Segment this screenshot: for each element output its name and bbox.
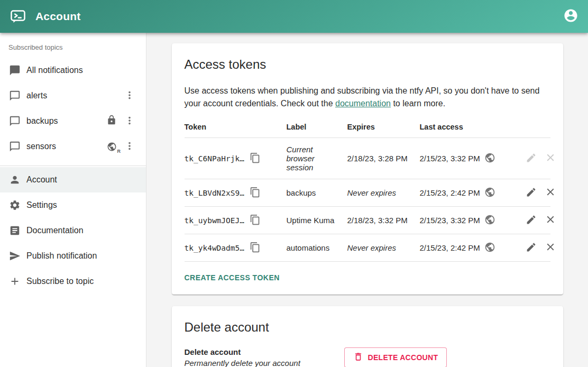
copy-token-button[interactable] [250, 214, 261, 227]
table-header-row: Token Label Expires Last access [185, 116, 550, 138]
edit-token-button[interactable] [526, 214, 537, 227]
copy-token-button[interactable] [250, 187, 261, 199]
delete-token-button[interactable] [545, 214, 556, 227]
sidebar-item-label: sensors [26, 142, 56, 151]
globe-icon [484, 187, 495, 199]
column-header-token: Token [185, 116, 287, 138]
delete-account-button[interactable]: DELETE ACCOUNT [344, 347, 447, 367]
token-value: tk_C6NPaHrjk… [185, 154, 245, 163]
delete-account-label: Delete account Permanently delete your a… [185, 347, 344, 367]
sidebar-item-backups[interactable]: backups [0, 108, 146, 134]
table-row: tk_C6NPaHrjk… Current browser session 2/… [185, 138, 550, 179]
account-menu-button[interactable] [563, 8, 578, 25]
pencil-icon [526, 242, 537, 254]
chat-bubble-outline-icon [8, 115, 21, 127]
token-value: tk_yk4wDadm5… [185, 244, 245, 252]
token-label: Uptime Kuma [287, 207, 347, 234]
sidebar-item-settings[interactable]: Settings [0, 192, 146, 218]
person-icon [8, 173, 21, 186]
sidebar-item-publish-notification[interactable]: Publish notification [0, 243, 146, 269]
token-last-access: 2/15/23, 2:42 PM [420, 243, 480, 252]
table-row: tk_yk4wDadm5… automations Never expires … [185, 234, 550, 262]
subscribed-topics-label: Subscribed topics [0, 33, 146, 58]
copy-icon [250, 187, 261, 199]
edit-token-button [526, 152, 537, 165]
edit-token-button[interactable] [526, 187, 537, 199]
ntfy-logo-icon [10, 8, 26, 25]
token-value: tk_LBVdN2xS9… [185, 189, 245, 197]
token-label: automations [287, 234, 347, 262]
topic-menu-button[interactable] [124, 140, 135, 153]
access-tokens-card: Access tokens Use access tokens when pub… [172, 43, 563, 295]
pencil-icon [526, 214, 537, 227]
description-text: to learn more. [391, 99, 445, 108]
copy-token-button[interactable] [250, 152, 261, 165]
edit-token-button[interactable] [526, 242, 537, 254]
topic-menu-button[interactable] [124, 115, 135, 128]
token-last-access: 2/15/23, 3:32 PM [420, 216, 480, 225]
delete-token-button[interactable] [545, 186, 556, 199]
copy-token-button[interactable] [250, 242, 261, 254]
token-label: Current browser session [287, 138, 347, 179]
main-content: Access tokens Use access tokens when pub… [146, 33, 588, 367]
chat-bubble-outline-icon [8, 89, 21, 102]
close-icon [545, 214, 556, 227]
sidebar-item-documentation[interactable]: Documentation [0, 218, 146, 243]
lock-icon [106, 115, 117, 127]
column-header-actions [518, 116, 550, 138]
gear-icon [8, 199, 21, 212]
delete-account-item-description: Permanently delete your account [185, 359, 344, 367]
sidebar-item-label: backups [26, 116, 58, 126]
column-header-expires: Expires [347, 116, 420, 138]
delete-token-button [545, 152, 556, 165]
app-bar: Account [0, 0, 588, 33]
token-expires: Never expires [347, 179, 420, 207]
page-title: Account [35, 10, 80, 23]
globe-icon [484, 214, 495, 227]
sidebar-item-label: alerts [26, 91, 47, 100]
sidebar-item-alerts[interactable]: alerts [0, 83, 146, 108]
pencil-icon [526, 152, 537, 165]
plus-icon [8, 275, 21, 288]
delete-account-card: Delete account Delete account Permanentl… [172, 306, 563, 367]
more-vert-icon [124, 89, 135, 103]
token-value: tk_uybwmJOEJ… [185, 216, 245, 225]
sidebar-item-subscribe-to-topic[interactable]: Subscribe to topic [0, 269, 146, 294]
chat-bubble-filled-icon [8, 64, 21, 77]
chat-bubble-outline-icon [8, 140, 21, 153]
close-icon [545, 241, 556, 254]
create-access-token-button[interactable]: CREATE ACCESS TOKEN [185, 268, 284, 285]
sidebar-item-account[interactable]: Account [0, 167, 146, 192]
delete-account-row: Delete account Permanently delete your a… [185, 347, 550, 367]
globe-icon [484, 152, 495, 165]
sidebar: Subscribed topics All notifications aler… [0, 33, 146, 367]
more-vert-icon [124, 140, 135, 153]
pencil-icon [526, 187, 537, 199]
token-expires: 2/18/23, 3:32 PM [347, 207, 420, 234]
trash-icon [353, 352, 363, 363]
globe-icon [484, 242, 495, 254]
documentation-link[interactable]: documentation [335, 99, 391, 108]
delete-account-item-title: Delete account [185, 347, 344, 356]
topic-menu-button[interactable] [124, 89, 135, 103]
delete-token-button[interactable] [545, 241, 556, 254]
access-tokens-title: Access tokens [185, 57, 550, 72]
token-label: backups [287, 179, 347, 207]
close-icon [545, 186, 556, 199]
copy-icon [250, 214, 261, 227]
sidebar-divider [0, 166, 146, 166]
copy-icon [250, 152, 261, 165]
sidebar-item-sensors[interactable]: sensors R [0, 134, 146, 159]
article-icon [8, 224, 21, 237]
column-header-label: Label [287, 116, 347, 138]
sidebar-item-all-notifications[interactable]: All notifications [0, 58, 146, 83]
token-expires: 2/18/23, 3:28 PM [347, 138, 420, 179]
sidebar-item-label: Subscribe to topic [26, 277, 94, 286]
sidebar-item-label: All notifications [26, 66, 83, 75]
delete-account-button-label: DELETE ACCOUNT [368, 353, 438, 362]
sidebar-item-label: Settings [26, 200, 57, 210]
sidebar-item-label: Documentation [26, 226, 84, 235]
column-header-last-access: Last access [420, 116, 518, 138]
reserved-topic-globe-icon: R [107, 142, 117, 152]
sidebar-item-label: Account [26, 175, 57, 185]
